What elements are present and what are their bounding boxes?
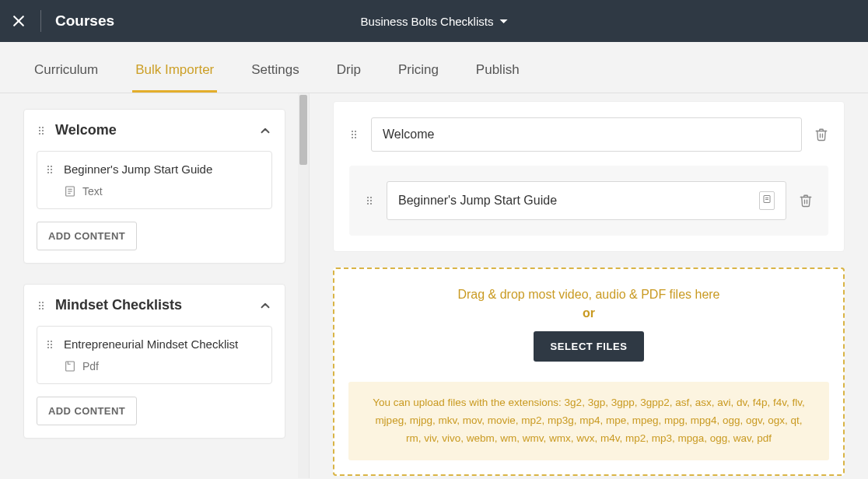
scrollbar-thumb[interactable] [299, 95, 307, 165]
pdf-icon [64, 360, 76, 372]
scrollbar[interactable] [298, 93, 309, 478]
lesson-name-value: Beginner's Jump Start Guide [398, 194, 557, 208]
drag-handle-icon[interactable] [45, 341, 54, 348]
text-icon [64, 185, 76, 198]
close-icon[interactable] [11, 13, 26, 29]
lesson-item[interactable]: Entrepreneurial Mindset Checklist Pdf [37, 326, 272, 384]
select-files-button[interactable]: SELECT FILES [534, 331, 645, 362]
right-pane: Beginner's Jump Start Guide Drag & drop … [310, 93, 868, 478]
lesson-title: Beginner's Jump Start Guide [64, 163, 261, 176]
tab-bulk-importer[interactable]: Bulk Importer [132, 42, 217, 93]
lesson-type: Text [82, 185, 103, 198]
topbar-divider [40, 10, 41, 32]
chevron-up-icon[interactable] [258, 124, 272, 138]
course-name: Business Bolts Checklists [361, 15, 494, 28]
lesson-item[interactable]: Beginner's Jump Start Guide Text [37, 151, 272, 209]
drag-handle-icon[interactable] [45, 166, 54, 173]
lesson-type-icon [759, 191, 775, 210]
svg-rect-6 [66, 362, 75, 371]
page-title: Courses [55, 12, 114, 30]
dropzone[interactable]: Drag & drop most video, audio & PDF file… [333, 267, 845, 476]
chapter-card: Welcome Beginner's Jump Start Guide Text… [23, 109, 285, 264]
dropzone-or: or [348, 306, 829, 320]
chapter-title: Mindset Checklists [55, 297, 249, 313]
extensions-note: You can upload files with the extensions… [348, 382, 829, 460]
lesson-name-input[interactable]: Beginner's Jump Start Guide [387, 181, 786, 220]
tabs: Curriculum Bulk Importer Settings Drip P… [0, 42, 868, 93]
chapter-card: Mindset Checklists Entrepreneurial Minds… [23, 284, 285, 439]
drag-handle-icon[interactable] [365, 197, 374, 205]
chapter-title: Welcome [55, 122, 249, 138]
course-switcher[interactable]: Business Bolts Checklists [361, 15, 508, 28]
delete-chapter-icon[interactable] [814, 128, 828, 142]
tab-curriculum[interactable]: Curriculum [31, 42, 101, 93]
lesson-type: Pdf [82, 360, 99, 372]
dropzone-title: Drag & drop most video, audio & PDF file… [348, 288, 829, 302]
add-content-button[interactable]: ADD CONTENT [37, 397, 137, 425]
topbar: Courses Business Bolts Checklists [0, 0, 868, 42]
tab-drip[interactable]: Drip [334, 42, 364, 93]
drag-handle-icon[interactable] [349, 131, 359, 138]
chapter-editor-card: Beginner's Jump Start Guide [333, 101, 845, 252]
chevron-up-icon[interactable] [258, 299, 272, 313]
drag-handle-icon[interactable] [37, 302, 46, 309]
drag-handle-icon[interactable] [37, 127, 46, 135]
lesson-editor-card: Beginner's Jump Start Guide [349, 166, 828, 236]
tab-publish[interactable]: Publish [473, 42, 523, 93]
tab-pricing[interactable]: Pricing [395, 42, 442, 93]
left-pane: Welcome Beginner's Jump Start Guide Text… [0, 93, 310, 478]
add-content-button[interactable]: ADD CONTENT [37, 222, 137, 250]
content: Welcome Beginner's Jump Start Guide Text… [0, 93, 868, 478]
lesson-title: Entrepreneurial Mindset Checklist [64, 337, 261, 351]
delete-lesson-icon[interactable] [799, 194, 813, 208]
tab-settings[interactable]: Settings [248, 42, 302, 93]
caret-down-icon [499, 19, 507, 23]
chapter-name-input[interactable] [371, 117, 802, 152]
